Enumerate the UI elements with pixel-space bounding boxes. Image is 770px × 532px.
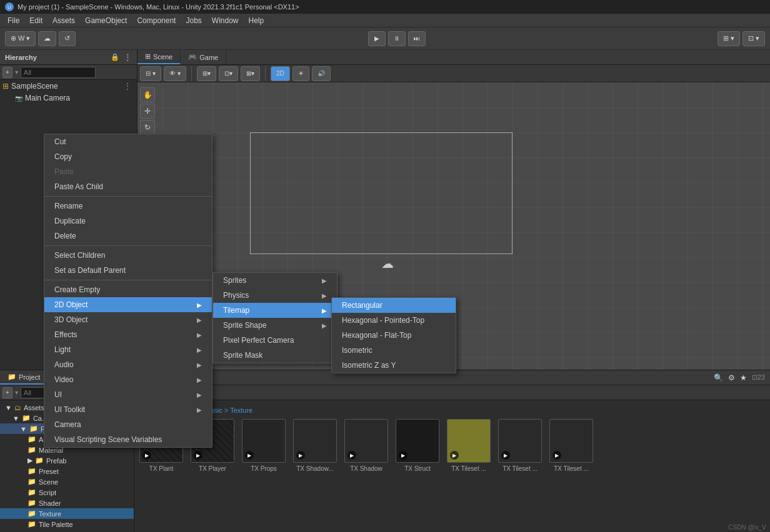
ctx-audio[interactable]: Audio ▶ [44, 357, 212, 372]
project-add-btn[interactable]: + [2, 387, 12, 398]
ctx-light[interactable]: Light ▶ [44, 342, 212, 357]
asset-tx-tileset1[interactable]: ▶ TX Tileset ... [447, 419, 491, 472]
tree-tile-palette[interactable]: 📁 Tile Palette [0, 519, 134, 530]
scene-game-tabs: ⊞ Scene 🎮 Game [138, 50, 770, 65]
hierarchy-add-btn[interactable]: + [2, 67, 12, 78]
menu-help[interactable]: Help [244, 15, 269, 26]
tree-preset[interactable]: 📁 Preset [0, 466, 134, 476]
ctx-2d-object[interactable]: 2D Object ▶ [44, 297, 212, 312]
menu-window[interactable]: Window [207, 15, 244, 26]
ctx-create-empty[interactable]: Create Empty [44, 282, 212, 297]
undo-btn[interactable]: ↺ [59, 31, 76, 46]
grid-btn[interactable]: ⊡▾ [219, 66, 238, 81]
ctx-duplicate[interactable]: Duplicate [44, 214, 212, 229]
tree-script[interactable]: 📁 Script [0, 487, 134, 498]
asset-tx-props[interactable]: ▶ TX Props [242, 419, 286, 472]
asset-tx-tileset2[interactable]: ▶ TX Tileset ... [498, 419, 542, 472]
hierarchy-menu-icon[interactable]: ⋮ [123, 52, 132, 62]
menu-component[interactable]: Component [132, 15, 181, 26]
scene-tab[interactable]: ⊞ Scene [138, 50, 181, 64]
asset-tx-shadow2[interactable]: ▶ TX Shadow [344, 419, 388, 472]
ctx-3d-object[interactable]: 3D Object ▶ [44, 312, 212, 327]
asset-tx-shadow1[interactable]: ▶ TX Shadow... [293, 419, 337, 472]
tilemap-hex-flat[interactable]: Hexagonal - Flat-Top [332, 328, 456, 343]
step-button[interactable]: ⏭ [408, 31, 426, 46]
shading-mode-btn[interactable]: ⊟▾ [140, 66, 161, 81]
menu-jobs[interactable]: Jobs [181, 15, 206, 26]
tree-texture[interactable]: 📁 Texture [0, 508, 134, 519]
scene-icon: ⊞ [2, 82, 9, 91]
play-overlay-5: ▶ [399, 451, 408, 460]
tree-prefab[interactable]: ▶ 📁 Prefab [0, 455, 134, 466]
ctx-select-children[interactable]: Select Children [44, 248, 212, 263]
scene-menu-icon[interactable]: ⋮ [123, 81, 132, 91]
sub2d-sprite-mask[interactable]: Sprite Mask [213, 348, 337, 363]
settings-icon[interactable]: ⚙ [728, 373, 735, 382]
hierarchy-dropdown-btn[interactable]: ▾ [15, 69, 18, 76]
rotate-tool[interactable]: ↻ [140, 120, 155, 135]
tx-plant-label: TX Plant [149, 465, 173, 472]
scene-tab-label: Scene [153, 53, 172, 61]
ctx-video-arrow: ▶ [197, 377, 202, 383]
move-tool[interactable]: ✛ [140, 104, 155, 119]
play-button[interactable]: ▶ [368, 31, 386, 46]
tree-shader[interactable]: 📁 Shader [0, 498, 134, 508]
ctx-cut[interactable]: Cut [44, 134, 212, 149]
menu-assets[interactable]: Assets [48, 15, 80, 26]
sub2d-physics[interactable]: Physics ▶ [213, 288, 337, 303]
ctx-camera[interactable]: Camera [44, 417, 212, 432]
sample-scene-item[interactable]: ⊞ SampleScene ⋮ [0, 80, 137, 92]
cloud-btn[interactable]: ☁ [38, 31, 56, 46]
preset-folder-icon: 📁 [28, 467, 36, 475]
project-tab-label: Project [19, 373, 40, 381]
menu-edit[interactable]: Edit [24, 15, 48, 26]
hierarchy-lock-icon[interactable]: 🔒 [111, 53, 119, 61]
gizmos-btn[interactable]: ⊞▾ [197, 66, 216, 81]
layers-btn[interactable]: ⊞ ▾ [718, 31, 740, 46]
ctx-ui[interactable]: UI ▶ [44, 387, 212, 402]
ctx-delete[interactable]: Delete [44, 229, 212, 244]
hierarchy-search[interactable] [21, 67, 96, 78]
lighting-btn[interactable]: ☀ [292, 66, 309, 81]
ctx-effects[interactable]: Effects ▶ [44, 327, 212, 342]
ctx-video[interactable]: Video ▶ [44, 372, 212, 387]
ctx-visual-scripting[interactable]: Visual Scripting Scene Variables [44, 432, 212, 447]
pause-button[interactable]: ⏸ [388, 31, 406, 46]
sub2d-sprites[interactable]: Sprites ▶ [213, 273, 337, 288]
asset-tx-tileset3[interactable]: ▶ TX Tileset ... [549, 419, 593, 472]
asset-tx-struct[interactable]: ▶ TX Struct [396, 419, 439, 472]
ctx-set-default-parent[interactable]: Set as Default Parent [44, 263, 212, 278]
game-tab[interactable]: 🎮 Game [181, 50, 226, 64]
sub2d-tilemap[interactable]: Tilemap ▶ [213, 303, 337, 318]
tilemap-isometric[interactable]: Isometric [332, 343, 456, 358]
search-icon[interactable]: 🔍 [714, 373, 723, 382]
snap-btn[interactable]: ⊠▾ [241, 66, 260, 81]
project-dropdown-btn[interactable]: ▾ [15, 389, 18, 396]
favorite-icon[interactable]: ★ [740, 373, 747, 382]
account-btn[interactable]: ⊕ W ▾ [5, 31, 36, 46]
view-tools-btn[interactable]: 👁▾ [164, 66, 186, 81]
menu-file[interactable]: File [2, 15, 24, 26]
tilemap-rectangular[interactable]: Rectangular [332, 298, 456, 313]
sub2d-pixel-perfect[interactable]: Pixel Perfect Camera [213, 333, 337, 348]
tilemap-isometric-z[interactable]: Isometric Z as Y [332, 358, 456, 373]
play-controls: ▶ ⏸ ⏭ [368, 31, 426, 46]
ctx-copy[interactable]: Copy [44, 149, 212, 164]
layout-btn[interactable]: ⊡ ▾ [742, 31, 765, 46]
main-camera-item[interactable]: 📷 Main Camera [0, 92, 137, 104]
hand-tool[interactable]: ✋ [140, 87, 155, 102]
audio-btn[interactable]: 🔊 [312, 66, 331, 81]
ctx-rename[interactable]: Rename [44, 199, 212, 214]
camera-bounds-rect [250, 132, 512, 254]
tilemap-hex-pointed[interactable]: Hexagonal - Pointed-Top [332, 313, 456, 328]
project-tab[interactable]: 📁 Project [0, 370, 48, 385]
ctx-ui-toolkit[interactable]: UI Toolkit ▶ [44, 402, 212, 417]
tree-scene[interactable]: 📁 Scene [0, 476, 134, 487]
tx-shadow1-label: TX Shadow... [296, 465, 333, 472]
game-icon: 🎮 [188, 53, 197, 61]
sub2d-sprite-shape[interactable]: Sprite Shape ▶ [213, 318, 337, 333]
menu-gameobject[interactable]: GameObject [80, 15, 132, 26]
assets-breadcrumb: Pixel Art Top Down - Basic > Texture [139, 405, 765, 415]
camera-mode-btn[interactable]: 2D [271, 66, 290, 81]
ctx-paste-as-child[interactable]: Paste As Child [44, 179, 212, 194]
